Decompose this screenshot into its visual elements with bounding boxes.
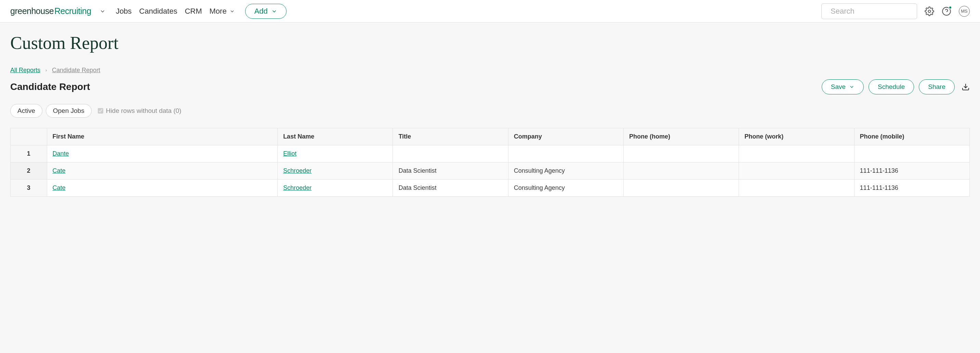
cell-phone-mobile: 111-111-1136 — [854, 162, 969, 180]
svg-point-2 — [928, 10, 931, 12]
page-body: Custom Report All Reports Candidate Repo… — [0, 22, 980, 353]
report-header: Candidate Report Save Schedule Share — [10, 80, 970, 94]
table-row: 1 Dante Elliot — [11, 145, 970, 162]
share-button-label: Share — [928, 83, 945, 91]
report-actions: Save Schedule Share — [822, 80, 970, 94]
save-button-label: Save — [831, 83, 846, 91]
logo[interactable]: greenhouse Recruiting — [10, 6, 91, 16]
cell-phone-home — [624, 145, 739, 162]
row-number: 3 — [11, 180, 47, 197]
chevron-down-icon — [271, 8, 277, 14]
page-title: Custom Report — [10, 33, 970, 53]
hide-rows-checkbox[interactable] — [98, 108, 103, 114]
cell-last-name-link[interactable]: Schroeder — [283, 167, 312, 174]
logo-part1: greenhouse — [10, 6, 54, 16]
row-number: 1 — [11, 145, 47, 162]
report-table: First Name Last Name Title Company Phone… — [10, 128, 970, 197]
breadcrumb-current: Candidate Report — [52, 67, 100, 74]
notification-dot-icon — [948, 6, 952, 9]
breadcrumb-root[interactable]: All Reports — [10, 67, 40, 74]
search-box[interactable] — [821, 3, 917, 19]
chevron-right-icon — [45, 69, 48, 72]
cell-company: Consulting Agency — [508, 162, 624, 180]
nav-more[interactable]: More — [210, 7, 235, 16]
cell-first-name-link[interactable]: Cate — [52, 184, 66, 191]
hide-rows-label: Hide rows without data (0) — [106, 107, 181, 114]
top-nav: greenhouse Recruiting Jobs Candidates CR… — [0, 0, 980, 22]
cell-title: Data Scientist — [393, 180, 508, 197]
search-input[interactable] — [830, 7, 924, 16]
settings-button[interactable] — [924, 6, 934, 16]
nav-more-label: More — [210, 7, 227, 16]
avatar[interactable]: MS — [959, 6, 970, 17]
cell-last-name-link[interactable]: Elliot — [283, 150, 296, 157]
cell-phone-mobile — [854, 145, 969, 162]
share-button[interactable]: Share — [919, 80, 955, 94]
cell-first-name-link[interactable]: Dante — [52, 150, 69, 157]
help-button[interactable] — [942, 6, 951, 16]
cell-phone-work — [739, 162, 854, 180]
cell-first-name-link[interactable]: Cate — [52, 167, 66, 174]
cell-phone-mobile: 111-111-1136 — [854, 180, 969, 197]
table-wrap: First Name Last Name Title Company Phone… — [10, 128, 970, 197]
col-title[interactable]: Title — [393, 128, 508, 145]
add-button[interactable]: Add — [245, 4, 286, 19]
nav-candidates[interactable]: Candidates — [139, 7, 177, 16]
cell-last-name-link[interactable]: Schroeder — [283, 184, 312, 191]
filter-active[interactable]: Active — [10, 104, 42, 118]
nav-jobs[interactable]: Jobs — [116, 7, 132, 16]
logo-part2: Recruiting — [54, 6, 91, 16]
cell-phone-home — [624, 162, 739, 180]
table-row: 3 Cate Schroeder Data Scientist Consulti… — [11, 180, 970, 197]
gear-icon — [924, 6, 934, 16]
hide-rows-toggle[interactable]: Hide rows without data (0) — [98, 107, 181, 114]
product-switcher[interactable] — [100, 8, 106, 14]
cell-phone-work — [739, 180, 854, 197]
schedule-button[interactable]: Schedule — [869, 80, 914, 94]
cell-company — [508, 145, 624, 162]
cell-company: Consulting Agency — [508, 180, 624, 197]
col-phone-work[interactable]: Phone (work) — [739, 128, 854, 145]
add-button-label: Add — [255, 7, 268, 16]
table-row: 2 Cate Schroeder Data Scientist Consulti… — [11, 162, 970, 180]
chevron-down-icon — [849, 84, 854, 90]
col-rownum — [11, 128, 47, 145]
filters-row: Active Open Jobs Hide rows without data … — [10, 104, 970, 118]
cell-phone-work — [739, 145, 854, 162]
col-last-name[interactable]: Last Name — [278, 128, 393, 145]
filter-open-jobs[interactable]: Open Jobs — [46, 104, 92, 118]
col-company[interactable]: Company — [508, 128, 624, 145]
cell-phone-home — [624, 180, 739, 197]
nav-crm[interactable]: CRM — [185, 7, 202, 16]
nav-links: Jobs Candidates CRM More — [116, 7, 235, 16]
chevron-down-icon — [229, 8, 235, 14]
report-title: Candidate Report — [10, 81, 90, 92]
save-button[interactable]: Save — [822, 80, 864, 94]
table-header-row: First Name Last Name Title Company Phone… — [11, 128, 970, 145]
avatar-initials: MS — [961, 8, 968, 14]
download-icon[interactable] — [961, 83, 970, 91]
row-number: 2 — [11, 162, 47, 180]
col-phone-mobile[interactable]: Phone (mobile) — [854, 128, 969, 145]
col-phone-home[interactable]: Phone (home) — [624, 128, 739, 145]
col-first-name[interactable]: First Name — [47, 128, 278, 145]
cell-title — [393, 145, 508, 162]
schedule-button-label: Schedule — [878, 83, 905, 91]
chevron-down-icon — [100, 8, 106, 14]
cell-title: Data Scientist — [393, 162, 508, 180]
breadcrumb: All Reports Candidate Report — [10, 67, 970, 74]
